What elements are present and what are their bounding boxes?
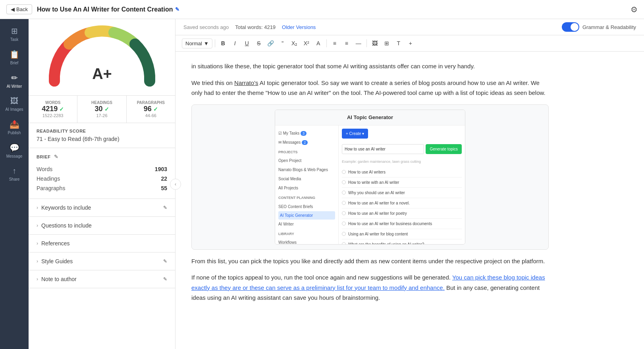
saved-text: Saved seconds ago <box>183 24 229 30</box>
chevron-right-icon-5: › <box>37 276 38 282</box>
total-words: Total words: 4219 <box>235 24 276 30</box>
strikethrough-button[interactable]: S <box>253 38 264 49</box>
underline-button[interactable]: U <box>241 38 253 49</box>
accordion-keywords-header[interactable]: › Keywords to include ✎ <box>29 199 175 216</box>
sidebar-item-brief[interactable]: 📋 Brief <box>0 46 29 69</box>
accordion-questions-header[interactable]: › Questions to include <box>29 217 175 234</box>
indent-button[interactable]: — <box>353 38 364 49</box>
editor-content[interactable]: in situations like these, the topic gene… <box>175 52 644 349</box>
image-button[interactable]: 🖼 <box>369 38 380 49</box>
ss-topic-input[interactable] <box>342 144 424 154</box>
stat-paragraphs: PARAGRAPHS 96 ✓ 44-66 <box>127 96 175 123</box>
sidebar-item-message[interactable]: 💬 Message <box>0 139 29 162</box>
ss-create-area: + Create ▾ <box>342 129 462 141</box>
chevron-right-icon-4: › <box>37 258 38 264</box>
left-panel-wrapper: A+ WORDS 4219 ✓ 1522-2283 HEADINGS 30 <box>29 19 175 349</box>
sidebar-item-task[interactable]: ⊞ Task <box>0 22 29 46</box>
ss-list-item: How to use an AI writer for a novel. <box>342 198 462 208</box>
back-button[interactable]: ◀ Back <box>6 4 32 14</box>
task-icon: ⊞ <box>11 26 18 36</box>
publish-icon: 📤 <box>10 120 19 129</box>
brief-paragraphs-label: Paragraphs <box>37 185 65 191</box>
headings-label: HEADINGS <box>81 100 123 105</box>
brief-header: BRIEF ✎ <box>37 154 167 160</box>
references-label: References <box>41 240 70 247</box>
publish-label: Publish <box>8 131 21 135</box>
ss-list-item: What are the benefits of using an AI wri… <box>342 239 462 244</box>
ai-writer-label: AI Writer <box>7 84 22 89</box>
words-value: 4219 ✓ <box>32 105 74 113</box>
back-label: Back <box>16 6 28 12</box>
link-button[interactable]: 🔗 <box>265 38 276 49</box>
questions-label: Questions to include <box>41 222 92 229</box>
format-select[interactable]: Normal ▼ <box>182 39 212 48</box>
brief-section: BRIEF ✎ Words 1903 Headings 22 Paragraph… <box>29 148 175 199</box>
toolbar-divider-1 <box>215 39 215 47</box>
sidebar-item-ai-writer[interactable]: ✏ AI Writer <box>0 69 29 93</box>
ss-list-item: How to use an AI writer for poetry <box>342 208 462 219</box>
accordion-references-header[interactable]: › References <box>29 235 175 252</box>
ss-narrato-blogs: Narrato Blogs & Web Pages <box>278 165 335 174</box>
accordion-note-header[interactable]: › Note to author ✎ <box>29 270 175 288</box>
note-edit-icon[interactable]: ✎ <box>163 276 167 282</box>
screenshot-header: AI Topic Generator <box>275 110 465 125</box>
screenshot-main: + Create ▾ Generate topics Example: gard… <box>339 125 465 244</box>
grammar-toggle[interactable] <box>562 22 579 32</box>
unordered-list-button[interactable]: ≡ <box>341 38 352 49</box>
paragraphs-check: ✓ <box>153 106 158 112</box>
gauge-area: A+ <box>29 19 175 96</box>
accordion-style-guides-header[interactable]: › Style Guides ✎ <box>29 253 175 270</box>
ss-ai-topic-generator: AI Topic Generator <box>278 211 335 220</box>
insert-button[interactable]: + <box>405 38 416 49</box>
older-versions-link[interactable]: Older Versions <box>282 24 316 30</box>
ss-generate-btn: Generate topics <box>426 144 462 154</box>
editor-topbar: Saved seconds ago Total words: 4219 Olde… <box>175 19 644 35</box>
ss-messages: ✉ Messages 2 <box>278 138 335 147</box>
paragraphs-label: PARAGRAPHS <box>130 100 172 105</box>
ss-list-item: How to write with an AI writer <box>342 177 462 188</box>
brief-edit-icon[interactable]: ✎ <box>54 154 58 160</box>
subscript-button[interactable]: X₂ <box>289 38 300 49</box>
note-label: Note to author <box>41 276 77 282</box>
superscript-button[interactable]: X² <box>301 38 312 49</box>
ss-input-area: Generate topics <box>342 144 462 156</box>
ss-open-project: Open Project <box>278 156 335 165</box>
font-color-button[interactable]: A <box>313 38 324 49</box>
screenshot-inner: AI Topic Generator ☑ My Tasks 3 ✉ Messag… <box>275 110 465 245</box>
collapse-panel-button[interactable]: ‹ <box>170 179 181 190</box>
ordered-list-button[interactable]: ≡ <box>329 38 340 49</box>
stats-row: WORDS 4219 ✓ 1522-2283 HEADINGS 30 ✓ 17-… <box>29 96 175 123</box>
task-label: Task <box>10 37 19 42</box>
chevron-right-icon: › <box>37 205 38 210</box>
sidebar-item-publish[interactable]: 📤 Publish <box>0 116 29 139</box>
style-guides-edit-icon[interactable]: ✎ <box>163 258 167 264</box>
title-edit-icon[interactable]: ✎ <box>175 6 179 12</box>
message-icon: 💬 <box>10 143 19 152</box>
settings-icon[interactable]: ⚙ <box>631 5 638 14</box>
bold-button[interactable]: B <box>218 38 229 49</box>
quote-button[interactable]: " <box>277 38 288 49</box>
svg-text:A+: A+ <box>92 66 112 82</box>
paragraphs-value: 96 ✓ <box>130 105 172 113</box>
sidebar-item-share[interactable]: ↑ Share <box>0 162 29 185</box>
keywords-edit-icon[interactable]: ✎ <box>163 205 167 210</box>
share-label: Share <box>9 177 20 181</box>
readability-score: 71 - Easy to Read (6th-7th grade) <box>37 136 167 142</box>
words-number: 4219 <box>42 105 58 113</box>
words-label: WORDS <box>32 100 74 105</box>
brief-words-label: Words <box>37 166 52 172</box>
ss-all-projects: All Projects <box>278 183 335 193</box>
narrato-link[interactable]: Narrato's <box>234 79 258 86</box>
message-label: Message <box>6 154 23 158</box>
table-button[interactable]: ⊞ <box>381 38 392 49</box>
words-check: ✓ <box>59 106 64 112</box>
screenshot-sidebar: ☑ My Tasks 3 ✉ Messages 2 PROJECTS Open … <box>275 125 339 244</box>
accordion-references: › References <box>29 235 175 253</box>
italic-button[interactable]: I <box>229 38 241 49</box>
ss-list-item: How to use an AI writer for business doc… <box>342 219 462 229</box>
editor-body: in situations like these, the topic gene… <box>191 61 549 303</box>
sidebar-item-ai-images[interactable]: 🖼 AI Images <box>0 93 29 116</box>
grammar-label: Grammar & Readability <box>582 24 636 30</box>
ai-images-label: AI Images <box>5 107 23 112</box>
clear-format-button[interactable]: T <box>393 38 404 49</box>
